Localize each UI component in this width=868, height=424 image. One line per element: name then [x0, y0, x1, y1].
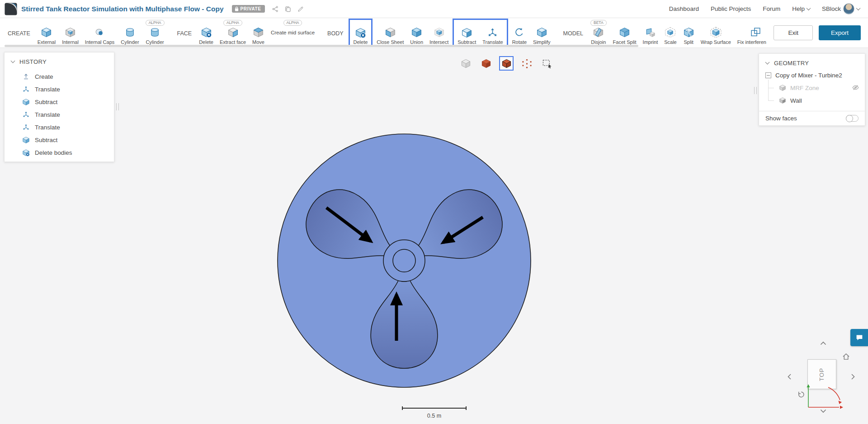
box-select-button[interactable] — [541, 57, 553, 70]
orbit-down-button[interactable] — [819, 408, 827, 414]
tool-disjoin[interactable]: BETADisjoin — [587, 18, 610, 48]
render-solid-edges-button[interactable] — [500, 57, 513, 70]
rotate-icon — [514, 26, 525, 38]
collapse-expander-icon[interactable] — [765, 72, 771, 78]
tool-label: Create mid surface — [271, 26, 315, 38]
history-item-subtract[interactable]: Subtract — [5, 133, 114, 146]
project-title: Stirred Tank Reactor Simulation with Mul… — [21, 5, 224, 13]
nav-link-public-projects[interactable]: Public Projects — [711, 5, 751, 12]
tool-wrap-surface[interactable]: Wrap Surface — [698, 18, 734, 48]
history-item-label: Translate — [35, 86, 60, 93]
tool-internal[interactable]: Internal — [59, 18, 82, 48]
history-item-delete-bodies[interactable]: Delete bodies — [5, 146, 114, 159]
tool-cylinder[interactable]: ALPHACylinder — [142, 18, 168, 48]
geometry-item-mrf-zone[interactable]: MRF Zone — [759, 81, 865, 94]
tool-label: Extract face — [220, 39, 246, 45]
box3d-icon — [41, 26, 52, 38]
tool-move[interactable]: Move — [249, 18, 268, 48]
wrap-icon — [710, 26, 722, 38]
hub-inner[interactable] — [393, 249, 415, 272]
nav-link-dashboard[interactable]: Dashboard — [669, 5, 699, 12]
tool-union[interactable]: Union — [407, 18, 426, 48]
copy-icon[interactable] — [284, 5, 292, 13]
chevron-down-icon — [807, 6, 811, 10]
tool-simplify[interactable]: Simplify — [530, 18, 554, 48]
visibility-off-icon[interactable] — [852, 84, 859, 91]
badge-alpha: ALPHA — [146, 20, 165, 26]
tool-delete[interactable]: Delete — [350, 20, 371, 46]
header-nav: DashboardPublic ProjectsForum Help SBloc… — [669, 3, 860, 14]
tool-delete[interactable]: Delete — [196, 18, 217, 48]
tool-subtract[interactable]: Subtract — [454, 20, 479, 46]
tool-label: Translate — [482, 39, 503, 45]
box-select-icon — [542, 58, 552, 69]
tool-translate[interactable]: Translate — [479, 20, 506, 46]
edit-pencil-icon[interactable] — [297, 5, 304, 13]
show-faces-toggle[interactable] — [846, 115, 859, 122]
render-vertices-icon — [522, 58, 532, 69]
rotate-ccw-icon — [797, 391, 805, 398]
disjoin-icon — [593, 26, 604, 38]
geometry-item-wall[interactable]: Wall — [759, 94, 865, 107]
geometry-panel-resize-grip[interactable] — [754, 87, 757, 94]
tool-label: Imprint — [643, 39, 658, 45]
orbit-left-button[interactable] — [785, 374, 793, 380]
render-translucent-button[interactable] — [459, 57, 472, 70]
share-icon[interactable] — [272, 5, 279, 13]
tool-imprint[interactable]: Imprint — [640, 18, 661, 48]
tool-fix-interferences[interactable]: Fix interferences — [734, 18, 767, 48]
tool-split[interactable]: Split — [680, 18, 698, 48]
tool-rotate[interactable]: Rotate — [509, 18, 530, 48]
render-solid-button[interactable] — [480, 57, 492, 70]
badge-alpha: ALPHA — [283, 20, 302, 26]
view-cube-face-label: TOP — [819, 367, 826, 381]
orbit-up-button[interactable] — [819, 340, 827, 346]
tool-label: Delete — [199, 39, 213, 45]
history-panel-header[interactable]: HISTORY — [5, 52, 114, 67]
tool-scale[interactable]: Scale — [661, 18, 680, 48]
help-menu[interactable]: Help — [792, 5, 810, 12]
export-button[interactable]: Export — [819, 25, 861, 40]
tool-close-sheet[interactable]: Close Sheet — [373, 18, 407, 48]
turbine-top-view[interactable] — [269, 125, 540, 396]
tool-create-mid-surface[interactable]: ALPHACreate mid surface — [268, 18, 318, 48]
view-cube[interactable]: TOP — [807, 359, 836, 389]
history-item-subtract[interactable]: Subtract — [5, 95, 114, 108]
toolbar-section-label: FACE — [177, 29, 192, 37]
tool-label: Delete — [354, 39, 368, 45]
tool-cylinder[interactable]: Cylinder — [118, 18, 142, 48]
geometry-panel-header[interactable]: GEOMETRY — [759, 54, 865, 69]
orbit-right-button[interactable] — [849, 374, 857, 380]
user-menu[interactable]: SBlock — [822, 3, 860, 14]
history-item-translate[interactable]: Translate — [5, 121, 114, 133]
chevron-down-icon — [856, 6, 861, 10]
history-item-translate[interactable]: Translate — [5, 83, 114, 95]
facet-split-icon — [619, 26, 630, 38]
tool-label: Cylinder — [121, 39, 139, 45]
rotate-view-ccw-button[interactable] — [796, 390, 806, 399]
toolbar-section-model: MODELBETADisjoinFacet SplitImprintScaleS… — [559, 18, 767, 48]
gray-cube-icon — [779, 84, 786, 91]
history-item-translate[interactable]: Translate — [5, 108, 114, 121]
tool-internal-caps[interactable]: Internal Caps — [82, 18, 118, 48]
tool-extract-face[interactable]: ALPHAExtract face — [217, 18, 249, 48]
tool-intersect[interactable]: Intersect — [426, 18, 452, 48]
avatar[interactable] — [843, 3, 854, 14]
project-actions — [272, 5, 304, 13]
render-vertices-button[interactable] — [520, 57, 533, 70]
tool-facet-split[interactable]: Facet Split — [610, 18, 640, 48]
history-panel-resize-grip[interactable] — [116, 103, 119, 110]
union-icon — [411, 26, 422, 38]
render-solid-icon — [481, 58, 491, 69]
tool-external[interactable]: External — [34, 18, 59, 48]
toolbar-horizontal-scrollbar[interactable] — [5, 45, 638, 47]
history-item-create[interactable]: Create — [5, 70, 114, 83]
home-view-button[interactable] — [841, 352, 851, 361]
nav-link-forum[interactable]: Forum — [763, 5, 780, 12]
tool-label: Internal Caps — [85, 39, 114, 45]
exit-button[interactable]: Exit — [774, 25, 813, 40]
viewport-canvas[interactable]: 0.5 m HISTORY CreateTranslateSubtractTra… — [0, 48, 868, 424]
geometry-root-item[interactable]: Copy of Mixer - Turbine2 — [759, 69, 865, 81]
header-nav-links: DashboardPublic ProjectsForum — [669, 5, 780, 12]
help-label: Help — [792, 5, 805, 12]
